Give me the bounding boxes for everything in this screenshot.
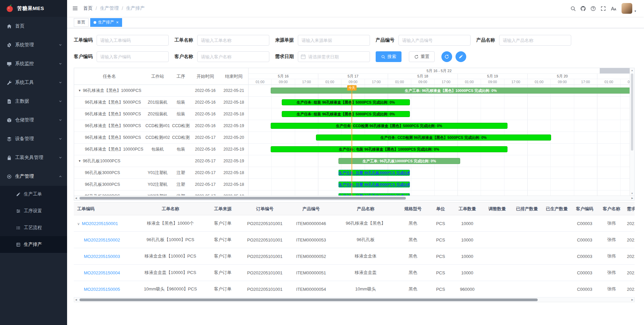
sidebar-subitem-workorder[interactable]: 生产工单 xyxy=(0,186,67,203)
orders-column-header: 单位 xyxy=(429,203,452,215)
gantt-bar[interactable]: 生产工单: 96孔移液盒【黑色】10000PCS 完成比例: 0% xyxy=(271,88,630,94)
gantt-bar[interactable]: 生产任务: 注塑 96孔孔板3000PCS 完成比例: 0% xyxy=(338,193,410,196)
scroll-up-arrow[interactable]: ▲ xyxy=(630,69,634,71)
breadcrumb-item[interactable]: 首页 xyxy=(83,5,93,11)
gantt-cell-station: CCD检测#02 xyxy=(145,135,171,141)
navbar-search-button[interactable] xyxy=(568,0,578,17)
order-code-link[interactable]: MO202205150002 xyxy=(84,237,120,242)
gantt-task-name[interactable]: ▼96孔移液盒【黑色】10000PCS xyxy=(74,88,145,94)
filter-text-input[interactable] xyxy=(97,35,169,46)
expand-caret-icon[interactable]: ∨ xyxy=(77,222,80,226)
user-menu[interactable]: ▼ xyxy=(622,3,637,14)
gantt-table-row: 96孔孔板3000PCSY01注塑机注塑2022-05-172022-05-18 xyxy=(74,167,248,179)
filter-label: 工单编码 xyxy=(74,37,93,43)
scroll-right-arrow[interactable]: ▶ xyxy=(632,299,633,301)
search-button[interactable]: 搜索 xyxy=(376,51,401,62)
scroll-down-arrow[interactable]: ▼ xyxy=(630,192,634,195)
gantt-vertical-scrollbar[interactable]: ▲ ▼ xyxy=(630,68,634,196)
gantt-day-label: 5月 16 xyxy=(249,74,318,79)
tab-home[interactable]: 首页 xyxy=(74,18,89,27)
demand-date-input[interactable] xyxy=(298,51,370,62)
sidebar-item-monitor[interactable]: 系统监控 xyxy=(0,54,67,73)
gantt-cell-end: 2022-05-19 xyxy=(220,147,248,152)
order-code-link[interactable]: MO202205150003 xyxy=(84,254,120,259)
sidebar-item-warehouse[interactable]: 仓储管理 xyxy=(0,111,67,129)
sidebar-item-equipment[interactable]: 设备管理 xyxy=(0,129,67,148)
gantt-task-name[interactable]: 96孔移液盒【黑色】10000PCS xyxy=(74,147,145,152)
filter-text-input[interactable] xyxy=(499,35,571,46)
sidebar-item-production[interactable]: 生产管理 xyxy=(0,167,67,186)
gantt-horizontal-scrollbar[interactable]: ◀ ▶ xyxy=(74,196,634,200)
timeline-overflow-block xyxy=(600,68,630,73)
gantt-time-label: 17:00 xyxy=(435,79,458,85)
gantt-task-name[interactable]: 96孔移液盒【黑色】5000PCS xyxy=(74,100,145,105)
sidebar-item-tools[interactable]: 系统工具 xyxy=(0,73,67,92)
sync-schedule-button[interactable] xyxy=(441,51,452,62)
gantt-bar[interactable]: 生产任务: CCD检测 96孔移液盒【黑色】5000PCS 完成比例: 0% xyxy=(271,123,507,129)
scroll-right-arrow[interactable]: ▶ xyxy=(632,197,633,200)
order-code-link[interactable]: MO202205150001 xyxy=(82,221,118,226)
reset-button[interactable]: 重置 xyxy=(409,51,435,62)
sliders-icon xyxy=(16,209,20,213)
gantt-task-name[interactable]: 96孔孔板3000PCS xyxy=(74,170,145,176)
gantt-cell-start: 2022-05-16 xyxy=(191,147,220,152)
chevron-icon xyxy=(58,174,62,178)
tab-close-icon[interactable]: × xyxy=(116,20,119,24)
help-icon xyxy=(590,6,596,11)
gantt-range-header: 5月 16 - 5月 22 xyxy=(249,68,630,74)
navbar-icon-group xyxy=(568,0,618,17)
gantt-cell-process: CCD检测 xyxy=(171,135,191,141)
gantt-range-label: 5月 16 - 5月 22 xyxy=(427,68,452,73)
sidebar-subitem-schedule[interactable]: 生产排产 xyxy=(0,236,67,253)
navbar-fullscreen-button[interactable] xyxy=(598,0,608,17)
gantt-bar[interactable]: 生产任务: 注塑 96孔孔板3000PCS 完成比例: 0% xyxy=(338,181,410,187)
order-code-link[interactable]: MO202205150004 xyxy=(84,270,120,275)
gantt-task-name[interactable]: ▼96孔孔板10000PCS xyxy=(74,158,145,164)
scroll-left-arrow[interactable]: ◀ xyxy=(75,299,77,301)
caret-down-icon[interactable]: ▼ xyxy=(78,89,81,92)
edit-schedule-button[interactable] xyxy=(455,51,466,62)
caret-down-icon[interactable]: ▼ xyxy=(78,159,81,163)
tab-production-schedule[interactable]: 生产排产 × xyxy=(90,18,122,27)
filter-text-input[interactable] xyxy=(197,51,269,62)
filter-label: 客户名称 xyxy=(174,54,193,60)
sidebar-subitem-flow[interactable]: 工艺流程 xyxy=(0,219,67,236)
gantt-task-name[interactable]: 96孔孔板3000PCS xyxy=(74,182,145,187)
gantt-bar[interactable]: 生产任务: 组装 96孔移液盒【黑色】5000PCS 完成比例: 0% xyxy=(282,99,410,105)
gantt-bar[interactable]: 生产任务: 组装 96孔移液盒【黑色】5000PCS 完成比例: 0% xyxy=(282,111,410,117)
navbar-help-button[interactable] xyxy=(588,0,598,17)
list-icon xyxy=(16,226,20,230)
tab-label: 生产排产 xyxy=(98,19,114,25)
sidebar-subitem-process[interactable]: 工序设置 xyxy=(0,203,67,219)
navbar-font-size-button[interactable] xyxy=(608,0,618,17)
gantt-table-row: 96孔移液盒【黑色】5000PCSZ02组装机组装2022-05-162022-… xyxy=(74,108,248,120)
sidebar-item-system[interactable]: 系统管理 xyxy=(0,36,67,54)
filter-label: 客户编码 xyxy=(74,54,93,60)
navbar-github-button[interactable] xyxy=(578,0,588,17)
filter-text-input[interactable] xyxy=(97,51,169,62)
avatar[interactable] xyxy=(622,3,632,14)
breadcrumb-item[interactable]: 生产排产 xyxy=(126,5,145,11)
breadcrumb-item[interactable]: 生产管理 xyxy=(100,5,119,11)
filter-text-input[interactable] xyxy=(197,35,269,46)
scroll-left-arrow[interactable]: ◀ xyxy=(75,197,77,200)
orders-horizontal-scrollbar[interactable]: ◀ ▶ xyxy=(74,297,635,302)
vertical-scroll-thumb[interactable] xyxy=(631,73,633,151)
sidebar-item-masterdata[interactable]: 主数据 xyxy=(0,92,67,111)
gantt-task-name[interactable]: 96孔移液盒【黑色】5000PCS xyxy=(74,123,145,129)
gantt-bar[interactable]: 生产任务: 注塑 96孔孔板3000PCS 完成比例: 0% xyxy=(338,170,410,176)
gantt-bar[interactable]: 生产工单: 96孔孔板10000PCS 完成比例: 0% xyxy=(338,158,460,164)
column-header-start: 开始时间 xyxy=(191,73,220,79)
gantt-task-name[interactable]: 96孔移液盒【黑色】5000PCS xyxy=(74,135,145,141)
sidebar-item-fixture[interactable]: 工装夹具管理 xyxy=(0,148,67,167)
horizontal-scroll-thumb[interactable] xyxy=(79,299,538,301)
app-logo[interactable]: 苦糖果MES xyxy=(0,0,67,17)
horizontal-scroll-thumb[interactable] xyxy=(79,197,406,200)
order-code-link[interactable]: MO202205150005 xyxy=(84,287,120,292)
sidebar-item-home[interactable]: 首页 xyxy=(0,17,67,36)
filter-text-input[interactable] xyxy=(398,35,471,46)
sidebar-toggle-button[interactable] xyxy=(67,0,83,17)
filter-text-input[interactable] xyxy=(298,35,370,46)
gantt-bar[interactable]: 生产任务: 包装 96孔移液盒【黑色】10000PCS 完成比例: 0% xyxy=(271,146,507,152)
gantt-task-name[interactable]: 96孔移液盒【黑色】5000PCS xyxy=(74,111,145,117)
